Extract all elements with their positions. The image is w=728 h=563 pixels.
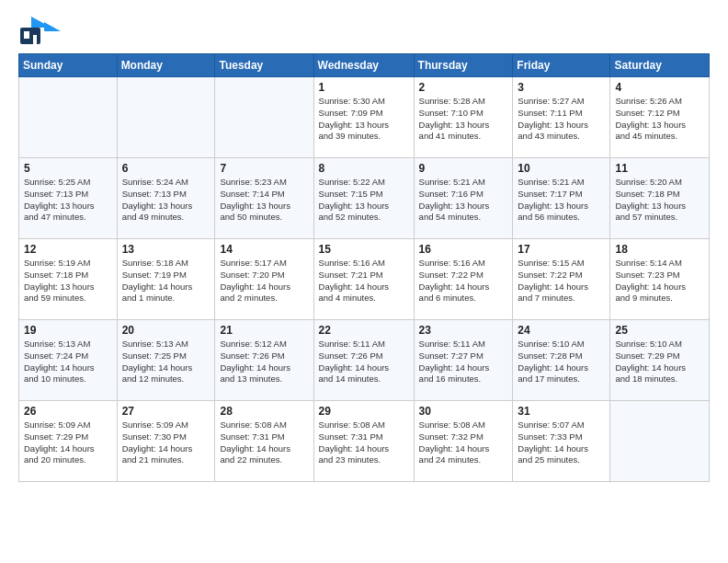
calendar-cell: 31Sunrise: 5:07 AMSunset: 7:33 PMDayligh… xyxy=(513,401,610,482)
weekday-header-wednesday: Wednesday xyxy=(313,54,414,77)
weekday-header-thursday: Thursday xyxy=(414,54,513,77)
day-number: 14 xyxy=(220,243,308,256)
day-number: 6 xyxy=(122,162,210,175)
calendar-cell: 10Sunrise: 5:21 AMSunset: 7:17 PMDayligh… xyxy=(513,158,610,239)
svg-rect-0 xyxy=(20,28,40,44)
logo xyxy=(18,15,68,48)
day-number: 18 xyxy=(615,243,704,256)
day-detail: Sunrise: 5:13 AMSunset: 7:25 PMDaylight:… xyxy=(122,339,210,385)
week-row-4: 19Sunrise: 5:13 AMSunset: 7:24 PMDayligh… xyxy=(19,320,710,401)
day-number: 22 xyxy=(319,324,409,337)
day-number: 27 xyxy=(122,405,210,418)
day-number: 24 xyxy=(518,324,605,337)
day-number: 9 xyxy=(419,162,508,175)
day-number: 15 xyxy=(319,243,409,256)
day-number: 13 xyxy=(122,243,210,256)
calendar-cell: 9Sunrise: 5:21 AMSunset: 7:16 PMDaylight… xyxy=(414,158,513,239)
calendar-cell: 17Sunrise: 5:15 AMSunset: 7:22 PMDayligh… xyxy=(513,239,610,320)
calendar-cell xyxy=(19,77,118,158)
calendar-cell: 5Sunrise: 5:25 AMSunset: 7:13 PMDaylight… xyxy=(19,158,118,239)
calendar-cell: 28Sunrise: 5:08 AMSunset: 7:31 PMDayligh… xyxy=(215,401,313,482)
calendar-cell: 13Sunrise: 5:18 AMSunset: 7:19 PMDayligh… xyxy=(117,239,215,320)
day-number: 11 xyxy=(615,162,704,175)
calendar-cell: 15Sunrise: 5:16 AMSunset: 7:21 PMDayligh… xyxy=(313,239,414,320)
calendar-cell: 11Sunrise: 5:20 AMSunset: 7:18 PMDayligh… xyxy=(610,158,710,239)
day-number: 31 xyxy=(518,405,605,418)
calendar-cell: 27Sunrise: 5:09 AMSunset: 7:30 PMDayligh… xyxy=(117,401,215,482)
day-number: 8 xyxy=(319,162,409,175)
day-number: 29 xyxy=(319,405,409,418)
day-detail: Sunrise: 5:24 AMSunset: 7:13 PMDaylight:… xyxy=(122,177,210,224)
calendar-cell: 23Sunrise: 5:11 AMSunset: 7:27 PMDayligh… xyxy=(414,320,513,401)
day-number: 16 xyxy=(419,243,508,256)
calendar-cell: 20Sunrise: 5:13 AMSunset: 7:25 PMDayligh… xyxy=(117,320,215,401)
day-detail: Sunrise: 5:25 AMSunset: 7:13 PMDaylight:… xyxy=(24,177,112,224)
weekday-header-row: SundayMondayTuesdayWednesdayThursdayFrid… xyxy=(19,54,710,77)
day-detail: Sunrise: 5:09 AMSunset: 7:29 PMDaylight:… xyxy=(24,419,112,466)
weekday-header-friday: Friday xyxy=(513,54,610,77)
calendar-cell: 29Sunrise: 5:08 AMSunset: 7:31 PMDayligh… xyxy=(313,401,414,482)
day-detail: Sunrise: 5:26 AMSunset: 7:12 PMDaylight:… xyxy=(615,96,704,143)
week-row-2: 5Sunrise: 5:25 AMSunset: 7:13 PMDaylight… xyxy=(19,158,710,239)
day-number: 2 xyxy=(419,81,508,94)
header xyxy=(18,15,710,48)
calendar-cell: 26Sunrise: 5:09 AMSunset: 7:29 PMDayligh… xyxy=(19,401,118,482)
day-detail: Sunrise: 5:28 AMSunset: 7:10 PMDaylight:… xyxy=(419,96,508,143)
day-detail: Sunrise: 5:21 AMSunset: 7:16 PMDaylight:… xyxy=(419,177,508,224)
calendar-cell: 22Sunrise: 5:11 AMSunset: 7:26 PMDayligh… xyxy=(313,320,414,401)
day-number: 17 xyxy=(518,243,605,256)
day-number: 19 xyxy=(24,324,112,337)
calendar-cell: 18Sunrise: 5:14 AMSunset: 7:23 PMDayligh… xyxy=(610,239,710,320)
calendar-cell: 25Sunrise: 5:10 AMSunset: 7:29 PMDayligh… xyxy=(610,320,710,401)
day-detail: Sunrise: 5:10 AMSunset: 7:29 PMDaylight:… xyxy=(615,339,704,385)
calendar-cell: 24Sunrise: 5:10 AMSunset: 7:28 PMDayligh… xyxy=(513,320,610,401)
day-number: 28 xyxy=(220,405,308,418)
day-number: 5 xyxy=(24,162,112,175)
svg-rect-4 xyxy=(33,35,37,44)
day-detail: Sunrise: 5:19 AMSunset: 7:18 PMDaylight:… xyxy=(24,258,112,304)
day-detail: Sunrise: 5:12 AMSunset: 7:26 PMDaylight:… xyxy=(220,339,308,385)
day-detail: Sunrise: 5:30 AMSunset: 7:09 PMDaylight:… xyxy=(319,96,409,143)
day-detail: Sunrise: 5:21 AMSunset: 7:17 PMDaylight:… xyxy=(518,177,605,224)
day-detail: Sunrise: 5:18 AMSunset: 7:19 PMDaylight:… xyxy=(122,258,210,304)
day-detail: Sunrise: 5:27 AMSunset: 7:11 PMDaylight:… xyxy=(518,96,605,143)
day-number: 23 xyxy=(419,324,508,337)
week-row-3: 12Sunrise: 5:19 AMSunset: 7:18 PMDayligh… xyxy=(19,239,710,320)
day-detail: Sunrise: 5:08 AMSunset: 7:31 PMDaylight:… xyxy=(220,419,308,466)
day-detail: Sunrise: 5:07 AMSunset: 7:33 PMDaylight:… xyxy=(518,419,605,466)
weekday-header-sunday: Sunday xyxy=(19,54,118,77)
calendar-cell: 2Sunrise: 5:28 AMSunset: 7:10 PMDaylight… xyxy=(414,77,513,158)
day-number: 21 xyxy=(220,324,308,337)
calendar-cell: 7Sunrise: 5:23 AMSunset: 7:14 PMDaylight… xyxy=(215,158,313,239)
logo-icon xyxy=(18,15,64,48)
svg-rect-3 xyxy=(24,31,29,39)
calendar-cell: 1Sunrise: 5:30 AMSunset: 7:09 PMDaylight… xyxy=(313,77,414,158)
weekday-header-tuesday: Tuesday xyxy=(215,54,313,77)
day-detail: Sunrise: 5:22 AMSunset: 7:15 PMDaylight:… xyxy=(319,177,409,224)
day-number: 1 xyxy=(319,81,409,94)
calendar-table: SundayMondayTuesdayWednesdayThursdayFrid… xyxy=(18,53,710,482)
calendar-cell: 6Sunrise: 5:24 AMSunset: 7:13 PMDaylight… xyxy=(117,158,215,239)
calendar-cell: 3Sunrise: 5:27 AMSunset: 7:11 PMDaylight… xyxy=(513,77,610,158)
day-number: 30 xyxy=(419,405,508,418)
day-detail: Sunrise: 5:11 AMSunset: 7:27 PMDaylight:… xyxy=(419,339,508,385)
week-row-1: 1Sunrise: 5:30 AMSunset: 7:09 PMDaylight… xyxy=(19,77,710,158)
weekday-header-monday: Monday xyxy=(117,54,215,77)
day-number: 25 xyxy=(615,324,704,337)
day-number: 10 xyxy=(518,162,605,175)
day-number: 12 xyxy=(24,243,112,256)
calendar-cell: 30Sunrise: 5:08 AMSunset: 7:32 PMDayligh… xyxy=(414,401,513,482)
day-detail: Sunrise: 5:17 AMSunset: 7:20 PMDaylight:… xyxy=(220,258,308,304)
page: SundayMondayTuesdayWednesdayThursdayFrid… xyxy=(0,0,728,491)
calendar-cell xyxy=(215,77,313,158)
day-detail: Sunrise: 5:20 AMSunset: 7:18 PMDaylight:… xyxy=(615,177,704,224)
day-number: 3 xyxy=(518,81,605,94)
calendar-cell xyxy=(610,401,710,482)
day-detail: Sunrise: 5:23 AMSunset: 7:14 PMDaylight:… xyxy=(220,177,308,224)
day-detail: Sunrise: 5:11 AMSunset: 7:26 PMDaylight:… xyxy=(319,339,409,385)
calendar-cell: 8Sunrise: 5:22 AMSunset: 7:15 PMDaylight… xyxy=(313,158,414,239)
day-detail: Sunrise: 5:10 AMSunset: 7:28 PMDaylight:… xyxy=(518,339,605,385)
week-row-5: 26Sunrise: 5:09 AMSunset: 7:29 PMDayligh… xyxy=(19,401,710,482)
svg-marker-2 xyxy=(44,22,61,31)
day-detail: Sunrise: 5:15 AMSunset: 7:22 PMDaylight:… xyxy=(518,258,605,304)
